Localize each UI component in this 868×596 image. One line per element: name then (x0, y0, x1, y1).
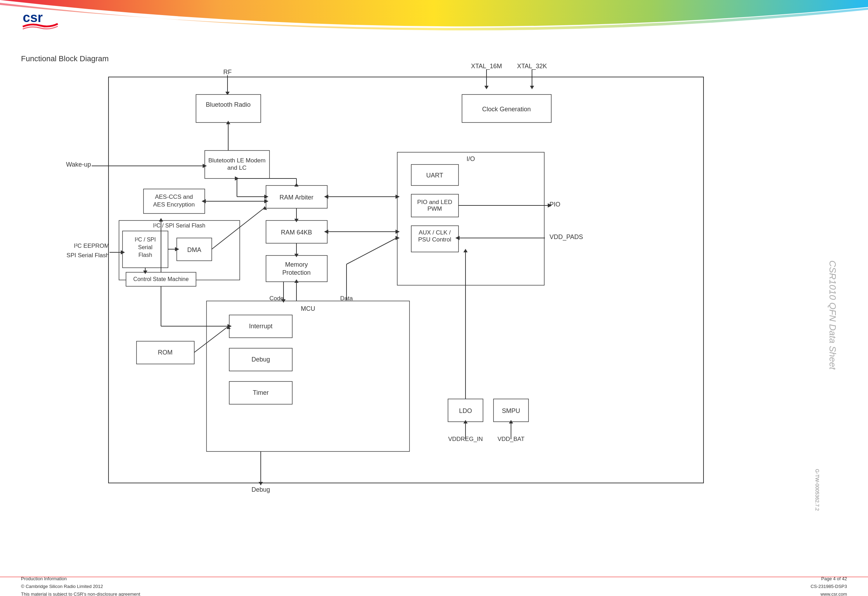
svg-text:I²C / SPI: I²C / SPI (135, 237, 156, 242)
svg-text:XTAL_16M: XTAL_16M (471, 63, 502, 70)
svg-marker-128 (464, 249, 468, 252)
svg-text:SPI Serial Flash: SPI Serial Flash (66, 252, 109, 259)
svg-text:UART: UART (426, 172, 443, 179)
svg-marker-46 (294, 183, 298, 187)
svg-line-107 (194, 326, 229, 353)
footer-line2: © Cambridge Silicon Radio Limited 2012 (21, 583, 810, 590)
svg-text:PSU Control: PSU Control (418, 236, 451, 243)
svg-text:RAM Arbiter: RAM Arbiter (279, 194, 313, 201)
svg-text:Bluetooth Radio: Bluetooth Radio (206, 101, 251, 108)
footer-url: www.csr.com (810, 590, 847, 596)
svg-text:SMPU: SMPU (502, 407, 520, 415)
svg-text:csr: csr (23, 10, 43, 25)
svg-marker-55 (396, 230, 400, 234)
header-bar: csr (0, 0, 868, 38)
footer-line1: Production Information (21, 575, 810, 583)
svg-text:Wake-up: Wake-up (66, 161, 91, 168)
svg-text:DMA: DMA (187, 246, 201, 254)
svg-text:VDD_PADS: VDD_PADS (549, 233, 583, 241)
svg-text:I/O: I/O (466, 155, 475, 162)
svg-text:Timer: Timer (253, 389, 269, 396)
footer: Production Information © Cambridge Silic… (0, 577, 868, 596)
footer-doc: CS-231985-DSP3 (810, 583, 847, 590)
svg-text:Clock Generation: Clock Generation (482, 106, 531, 113)
footer-line3: This material is subject to CSR's non-di… (21, 590, 810, 596)
svg-text:Interrupt: Interrupt (249, 323, 272, 330)
svg-text:Debug: Debug (251, 486, 270, 493)
svg-text:PIO: PIO (549, 201, 560, 208)
svg-text:Flash: Flash (138, 252, 152, 258)
footer-right: Page 4 of 42 CS-231985-DSP3 www.csr.com (810, 575, 847, 596)
svg-text:XTAL_32K: XTAL_32K (517, 63, 547, 70)
svg-text:Memory: Memory (285, 261, 308, 268)
svg-line-78 (212, 207, 265, 249)
svg-text:AES-CCS and: AES-CCS and (155, 193, 193, 200)
svg-marker-89 (159, 218, 163, 221)
svg-rect-10 (196, 94, 261, 122)
svg-marker-48 (396, 195, 400, 199)
svg-text:LDO: LDO (459, 407, 472, 415)
svg-line-97 (347, 238, 397, 264)
csr-logo: csr (21, 6, 59, 34)
svg-text:AUX / CLK /: AUX / CLK / (419, 229, 451, 236)
svg-text:Code: Code (270, 295, 284, 302)
svg-text:Debug: Debug (251, 356, 270, 363)
svg-text:Control State Machine: Control State Machine (133, 276, 189, 282)
svg-text:RAM 64KB: RAM 64KB (281, 229, 312, 236)
svg-text:MCU: MCU (301, 305, 315, 312)
svg-text:CSR1010 QFN  Data Sheet: CSR1010 QFN Data Sheet (827, 260, 838, 370)
footer-left: Production Information © Cambridge Silic… (21, 575, 810, 596)
svg-text:Protection: Protection (282, 269, 310, 276)
svg-text:ROM: ROM (158, 349, 173, 356)
svg-text:PWM: PWM (427, 205, 442, 212)
svg-marker-9 (530, 86, 534, 89)
footer-page: Page 4 of 42 (810, 575, 847, 583)
svg-marker-98 (396, 236, 400, 240)
svg-text:I²C EEPROM: I²C EEPROM (74, 242, 109, 249)
rf-label: RF (223, 69, 232, 75)
svg-rect-57 (266, 255, 327, 282)
svg-text:and LC: and LC (227, 164, 247, 171)
svg-text:Blutetooth LE Modem: Blutetooth LE Modem (208, 157, 265, 164)
svg-marker-113 (259, 482, 263, 485)
svg-text:G-TW-0005362.7.2: G-TW-0005362.7.2 (815, 469, 820, 511)
svg-text:Serial: Serial (138, 244, 153, 250)
svg-marker-7 (484, 86, 489, 89)
svg-text:AES Encryption: AES Encryption (153, 201, 195, 208)
svg-text:PIO and LED: PIO and LED (417, 199, 452, 205)
